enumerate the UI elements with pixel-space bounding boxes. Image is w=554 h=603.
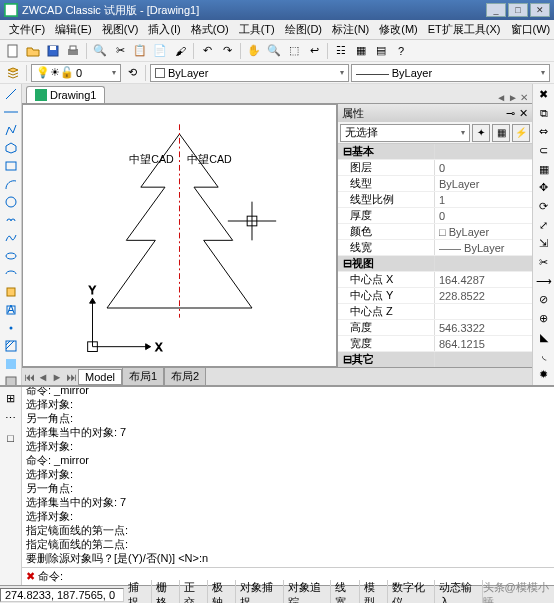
open-button[interactable] [24,42,42,60]
arc-button[interactable] [2,176,20,192]
prop-row[interactable]: 线型ByLayer [338,176,532,192]
close-button[interactable]: ✕ [530,3,550,17]
chamfer-button[interactable]: ◣ [535,329,553,346]
prop-row[interactable]: 线型比例1 [338,192,532,208]
polygon-button[interactable] [2,140,20,156]
menu-et[interactable]: ET扩展工具(X) [423,20,506,39]
tab-scroll-right[interactable]: ► [508,92,518,103]
menu-dim[interactable]: 标注(N) [327,20,374,39]
cmd-tool1[interactable]: ⊞ [2,389,20,407]
otrack-toggle[interactable]: 对象追踪 [284,580,331,604]
zoom-realtime-button[interactable]: 🔍 [265,42,283,60]
spline-button[interactable] [2,230,20,246]
prop-row[interactable]: 颜色□ ByLayer [338,224,532,240]
zoom-window-button[interactable]: ⬚ [285,42,303,60]
point-button[interactable] [2,320,20,336]
ortho-toggle[interactable]: 正交 [180,580,208,604]
layout-first[interactable]: ⏮ [22,371,36,383]
lwt-toggle[interactable]: 线宽 [331,580,359,604]
copy-obj-button[interactable]: ⧉ [535,105,553,122]
rectangle-button[interactable] [2,158,20,174]
tablet-toggle[interactable]: 数字化仪 [388,580,435,604]
model-toggle[interactable]: 模型 [360,580,388,604]
prop-row[interactable]: 中心点 Y228.8522 [338,288,532,304]
preview-button[interactable]: 🔍 [91,42,109,60]
insert-block-button[interactable] [2,284,20,300]
xline-button[interactable] [2,104,20,120]
menu-window[interactable]: 窗口(W) [506,20,554,39]
print-button[interactable] [64,42,82,60]
prop-group[interactable]: ⊟基本 [338,144,532,160]
menu-edit[interactable]: 编辑(E) [50,20,97,39]
stretch-button[interactable]: ⇲ [535,236,553,253]
menu-format[interactable]: 格式(O) [186,20,234,39]
redo-button[interactable]: ↷ [218,42,236,60]
region-button[interactable] [2,374,20,385]
menu-insert[interactable]: 插入(I) [143,20,185,39]
mirror-button[interactable]: ⇔ [535,123,553,140]
zoom-prev-button[interactable]: ↩ [305,42,323,60]
doc-tab-drawing1[interactable]: Drawing1 [26,86,105,103]
menu-draw[interactable]: 绘图(D) [280,20,327,39]
explode-button[interactable]: ✹ [535,366,553,383]
tab-close[interactable]: ✕ [520,92,528,103]
select-objects-button[interactable]: ▦ [492,124,510,142]
layout-last[interactable]: ⏭ [64,371,78,383]
undo-button[interactable]: ↶ [198,42,216,60]
prop-row[interactable]: 图层0 [338,160,532,176]
layer-prev-button[interactable]: ⟲ [123,64,141,82]
menu-file[interactable]: 文件(F) [4,20,50,39]
prop-group[interactable]: ⊟视图 [338,256,532,272]
layout-tab-model[interactable]: Model [78,369,122,385]
gradient-button[interactable] [2,356,20,372]
prop-row[interactable]: 中心点 Z [338,304,532,320]
hatch-button[interactable] [2,338,20,354]
extend-button[interactable]: ⟶ [535,273,553,290]
new-button[interactable] [4,42,22,60]
prop-row[interactable]: 厚度0 [338,208,532,224]
ellipse-arc-button[interactable] [2,266,20,282]
layer-combo[interactable]: 💡☀🔓0▾ [31,64,121,82]
help-button[interactable]: ? [392,42,410,60]
layout-prev[interactable]: ◄ [36,371,50,383]
paste-button[interactable]: 📄 [151,42,169,60]
minimize-button[interactable]: _ [486,3,506,17]
maximize-button[interactable]: □ [508,3,528,17]
toggle-pickadd-button[interactable]: ✦ [472,124,490,142]
copy-button[interactable]: 📋 [131,42,149,60]
make-block-button[interactable]: A [2,302,20,318]
quick-select-button[interactable]: ⚡ [512,124,530,142]
polar-toggle[interactable]: 极轴 [208,580,236,604]
prop-row[interactable]: 宽度864.1215 [338,336,532,352]
dyn-toggle[interactable]: 动态输入 [435,580,482,604]
command-history[interactable]: 命令:另一角点:命令:命令: _mirror选择对象:另一角点:选择集当中的对象… [22,387,554,567]
fillet-button[interactable]: ◟ [535,348,553,365]
prop-row[interactable]: 中心点 X164.4287 [338,272,532,288]
pan-button[interactable]: ✋ [245,42,263,60]
coords-display[interactable]: 274.8233, 187.7565, 0 [0,588,124,602]
prop-row[interactable]: 高度546.3322 [338,320,532,336]
erase-button[interactable]: ✖ [535,86,553,103]
properties-close[interactable]: ✕ [519,107,528,120]
trim-button[interactable]: ✂ [535,254,553,271]
matchprop-button[interactable]: 🖌 [171,42,189,60]
save-button[interactable] [44,42,62,60]
grid-toggle[interactable]: 栅格 [152,580,180,604]
properties-button[interactable]: ☷ [332,42,350,60]
array-button[interactable]: ▦ [535,161,553,178]
line-button[interactable] [2,86,20,102]
osnap-toggle[interactable]: 对象捕捉 [236,580,283,604]
join-button[interactable]: ⊕ [535,310,553,327]
layer-manager-button[interactable] [4,64,22,82]
move-button[interactable]: ✥ [535,179,553,196]
scale-button[interactable]: ⤢ [535,217,553,234]
snap-toggle[interactable]: 捕捉 [124,580,152,604]
break-button[interactable]: ⊘ [535,292,553,309]
selection-combo[interactable]: 无选择▾ [340,124,470,142]
circle-button[interactable] [2,194,20,210]
ellipse-button[interactable] [2,248,20,264]
offset-button[interactable]: ⊂ [535,142,553,159]
cut-button[interactable]: ✂ [111,42,129,60]
prop-group[interactable]: ⊟其它 [338,352,532,367]
layout-next[interactable]: ► [50,371,64,383]
